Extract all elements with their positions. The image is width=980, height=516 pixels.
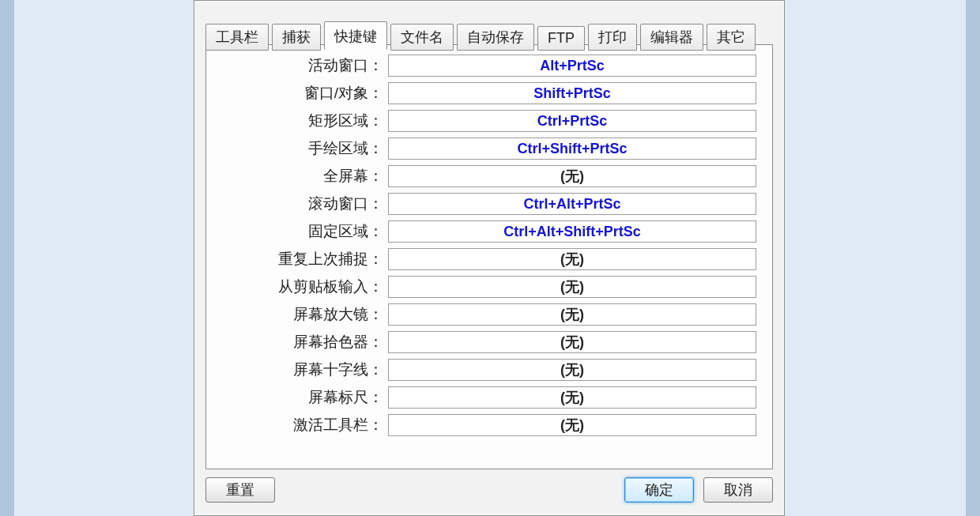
options-dialog: 工具栏捕获快捷键文件名自动保存FTP打印编辑器其它 活动窗口：Alt+PrtSc… [194,0,785,516]
hotkey-row-rect-region: 矩形区域：Ctrl+PrtSc [222,110,756,132]
hotkey-value-scrolling-window: Ctrl+Alt+PrtSc [523,196,620,213]
dialog-button-bar: 重置 确定 取消 [205,474,773,506]
hotkey-label-fixed-region: 固定区域： [222,221,388,242]
tab-filename[interactable]: 文件名 [390,24,454,51]
hotkey-value-fixed-region: Ctrl+Alt+Shift+PrtSc [503,224,641,240]
hotkey-row-color-picker: 屏幕拾色器：(无) [222,331,756,353]
tab-autosave[interactable]: 自动保存 [457,24,534,51]
hotkey-field-magnifier[interactable]: (无) [388,303,756,326]
hotkey-row-freehand-region: 手绘区域：Ctrl+Shift+PrtSc [222,137,756,160]
hotkey-label-active-window: 活动窗口： [222,55,388,76]
hotkey-label-rect-region: 矩形区域： [222,111,388,131]
hotkey-row-full-screen: 全屏幕：(无) [222,165,756,187]
hotkey-value-rect-region: Ctrl+PrtSc [537,113,608,130]
hotkey-value-crosshair: (无) [560,360,584,379]
ok-button[interactable]: 确定 [624,477,694,503]
hotkey-row-window-object: 窗口/对象：Shift+PrtSc [222,82,756,104]
hotkey-field-crosshair[interactable]: (无) [388,359,756,381]
reset-button[interactable]: 重置 [205,477,275,503]
tab-capture[interactable]: 捕获 [272,24,321,51]
hotkey-label-scrolling-window: 滚动窗口： [222,194,388,214]
hotkey-row-magnifier: 屏幕放大镜：(无) [222,303,756,326]
hotkey-label-magnifier: 屏幕放大镜： [222,304,388,325]
hotkey-value-window-object: Shift+PrtSc [533,85,611,102]
hotkey-value-activate-toolbar: (无) [560,416,584,435]
hotkey-label-crosshair: 屏幕十字线： [222,360,388,380]
hotkey-label-repeat-last: 重复上次捕捉： [222,249,388,269]
hotkey-label-activate-toolbar: 激活工具栏： [222,415,388,435]
hotkey-value-full-screen: (无) [560,167,584,186]
hotkey-row-crosshair: 屏幕十字线：(无) [222,359,756,381]
hotkey-label-color-picker: 屏幕拾色器： [222,332,388,352]
hotkey-label-full-screen: 全屏幕： [222,166,388,186]
hotkey-field-fixed-region[interactable]: Ctrl+Alt+Shift+PrtSc [388,220,756,243]
tab-print[interactable]: 打印 [588,24,637,51]
hotkey-value-color-picker: (无) [560,333,584,352]
hotkey-field-scrolling-window[interactable]: Ctrl+Alt+PrtSc [388,193,756,215]
tab-toolbar[interactable]: 工具栏 [205,24,269,51]
hotkey-label-freehand-region: 手绘区域： [222,138,388,159]
hotkey-field-color-picker[interactable]: (无) [388,331,756,353]
hotkey-field-full-screen[interactable]: (无) [388,165,756,187]
hotkey-row-repeat-last: 重复上次捕捉：(无) [222,248,756,270]
hotkey-rows: 活动窗口：Alt+PrtSc窗口/对象：Shift+PrtSc矩形区域：Ctrl… [222,55,756,436]
hotkey-value-from-clipboard: (无) [560,277,584,296]
hotkey-label-from-clipboard: 从剪贴板输入： [222,277,388,297]
hotkey-row-scrolling-window: 滚动窗口：Ctrl+Alt+PrtSc [222,193,756,215]
tab-other[interactable]: 其它 [707,24,756,51]
hotkey-value-repeat-last: (无) [560,250,584,269]
hotkey-value-active-window: Alt+PrtSc [540,58,605,74]
hotkey-row-active-window: 活动窗口：Alt+PrtSc [222,55,756,77]
cancel-button[interactable]: 取消 [703,477,773,503]
hotkey-row-activate-toolbar: 激活工具栏：(无) [222,414,756,436]
hotkey-row-fixed-region: 固定区域：Ctrl+Alt+Shift+PrtSc [222,220,756,243]
hotkey-row-ruler: 屏幕标尺：(无) [222,386,756,409]
hotkey-row-from-clipboard: 从剪贴板输入：(无) [222,276,756,298]
hotkey-label-ruler: 屏幕标尺： [222,387,388,408]
hotkey-field-repeat-last[interactable]: (无) [388,248,756,270]
hotkey-value-freehand-region: Ctrl+Shift+PrtSc [517,141,627,157]
tabstrip: 工具栏捕获快捷键文件名自动保存FTP打印编辑器其它 [205,21,756,50]
hotkey-value-magnifier: (无) [560,305,584,324]
hotkey-field-activate-toolbar[interactable]: (无) [388,414,756,436]
hotkey-field-freehand-region[interactable]: Ctrl+Shift+PrtSc [388,137,756,160]
hotkey-value-ruler: (无) [560,388,584,407]
tab-editor[interactable]: 编辑器 [640,24,703,51]
tab-ftp[interactable]: FTP [537,26,585,51]
hotkey-label-window-object: 窗口/对象： [222,83,388,104]
hotkey-field-rect-region[interactable]: Ctrl+PrtSc [388,110,756,132]
hotkey-field-active-window[interactable]: Alt+PrtSc [388,55,756,77]
tabpanel-hotkeys: 活动窗口：Alt+PrtSc窗口/对象：Shift+PrtSc矩形区域：Ctrl… [205,44,773,469]
hotkey-field-ruler[interactable]: (无) [388,386,756,409]
hotkey-field-window-object[interactable]: Shift+PrtSc [388,82,756,104]
hotkey-field-from-clipboard[interactable]: (无) [388,276,756,298]
tab-hotkeys[interactable]: 快捷键 [324,21,387,50]
